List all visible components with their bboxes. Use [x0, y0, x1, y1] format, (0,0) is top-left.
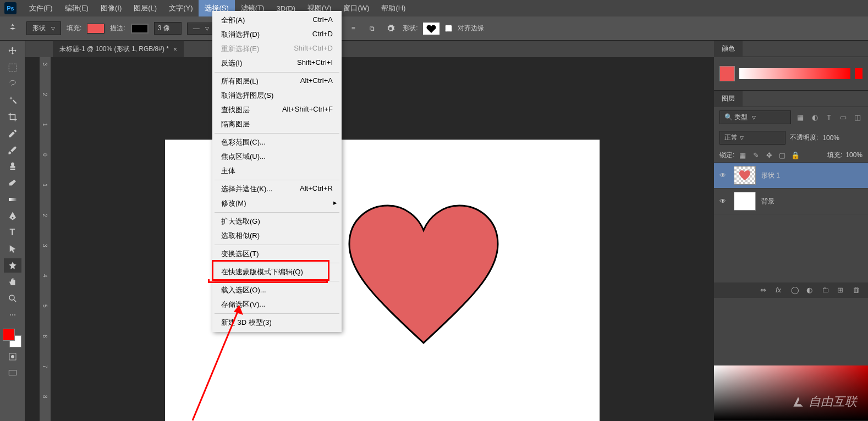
eyedropper-tool[interactable]	[4, 126, 21, 141]
fill-swatch[interactable]	[87, 24, 105, 34]
visibility-icon[interactable]: 👁	[719, 171, 728, 179]
gear-icon[interactable]	[384, 22, 397, 35]
color-swatches[interactable]	[3, 329, 23, 348]
layer-name: 背景	[761, 197, 774, 206]
canvas-area[interactable]	[51, 57, 714, 421]
align-icon[interactable]: ≡	[347, 22, 360, 35]
layers-panel-tab[interactable]: 图层	[714, 91, 743, 107]
wand-tool[interactable]	[4, 93, 21, 108]
menu-1[interactable]: 编辑(E)	[59, 0, 95, 16]
heart-shape[interactable]	[347, 203, 501, 346]
edit-toolbar[interactable]: ⋯	[4, 308, 21, 322]
layer-item[interactable]: 👁背景	[714, 189, 868, 214]
shape-picker-label: 形状:	[403, 24, 417, 33]
color-fg-swatch[interactable]	[719, 66, 735, 81]
arrange-icon[interactable]: ⧉	[365, 22, 378, 35]
dd-item[interactable]: 色彩范围(C)...	[212, 135, 342, 149]
link-layers-icon[interactable]: ⇔	[760, 286, 769, 295]
opacity-value[interactable]: 100%	[822, 134, 839, 142]
layer-thumb[interactable]	[734, 166, 756, 185]
dd-item[interactable]: 焦点区域(U)...	[212, 149, 342, 164]
path-select-tool[interactable]	[4, 242, 21, 256]
visibility-icon[interactable]: 👁	[719, 197, 728, 205]
foreground-color[interactable]	[3, 329, 15, 341]
shape-tool[interactable]	[4, 258, 21, 273]
color-end-swatch[interactable]	[855, 68, 862, 79]
dd-item[interactable]: 变换选区(T)	[212, 247, 342, 261]
menu-9[interactable]: 窗口(W)	[337, 0, 375, 16]
lasso-tool[interactable]	[4, 77, 21, 91]
blend-mode-select[interactable]: 正常▽	[719, 131, 785, 145]
dd-item[interactable]: 取消选择图层(S)	[212, 88, 342, 103]
menu-10[interactable]: 帮助(H)	[375, 0, 411, 16]
group-icon[interactable]: 🗀	[822, 286, 831, 295]
hand-tool[interactable]	[4, 275, 21, 289]
ps-logo: Ps	[4, 2, 17, 14]
close-icon[interactable]: ×	[173, 46, 177, 53]
type-tool[interactable]: T	[4, 225, 21, 240]
align-edges-checkbox[interactable]	[445, 25, 452, 32]
dd-item[interactable]: 所有图层(L)Alt+Ctrl+A	[212, 74, 342, 88]
move-tool[interactable]	[4, 44, 21, 58]
pen-tool[interactable]	[4, 209, 21, 223]
layer-item[interactable]: 👁形状 1	[714, 163, 868, 189]
filter-shape-icon[interactable]: ▭	[838, 113, 848, 123]
layer-filter-select[interactable]: 🔍 类型 ▽	[719, 110, 791, 124]
adjustment-icon[interactable]: ◐	[806, 286, 815, 295]
vertical-ruler: 321012345678	[40, 57, 51, 421]
screenmode-tool[interactable]	[4, 366, 21, 380]
crop-tool[interactable]	[4, 110, 21, 124]
new-layer-icon[interactable]: ⊞	[837, 286, 846, 295]
stroke-swatch[interactable]	[131, 24, 149, 34]
dd-item[interactable]: 隔离图层	[212, 117, 342, 131]
layer-fill-value[interactable]: 100%	[845, 151, 862, 159]
dd-item[interactable]: 扩大选取(G)	[212, 214, 342, 229]
lock-transparent-icon[interactable]: ▦	[738, 150, 748, 160]
eraser-tool[interactable]	[4, 176, 21, 190]
menu-2[interactable]: 图像(I)	[95, 0, 128, 16]
color-panel-tab[interactable]: 颜色	[714, 41, 743, 57]
filter-pixel-icon[interactable]: ▦	[795, 113, 805, 123]
right-panels: 颜色 图层 🔍 类型 ▽ ▦ ◐ T ▭ ◫ 正常▽ 不透	[714, 41, 868, 421]
menu-4[interactable]: 文字(Y)	[163, 0, 199, 16]
document-tab[interactable]: 未标题-1 @ 100% (形状 1, RGB/8#) * ×	[53, 41, 184, 57]
color-slider[interactable]	[739, 68, 850, 79]
lock-all-icon[interactable]: 🔒	[790, 150, 800, 160]
marquee-tool[interactable]	[4, 60, 21, 75]
quickmask-tool[interactable]	[4, 350, 21, 364]
svg-rect-5	[9, 370, 17, 375]
trash-icon[interactable]: 🗑	[853, 286, 861, 295]
options-bar: 形状▽ 填充: 描边: 3 像 —▽ W: ⇔ H: 0 像素 ◧ ≡ ⧉ 形状…	[0, 16, 868, 41]
filter-type-icon[interactable]: T	[824, 113, 834, 123]
color-picker-area[interactable]	[714, 365, 868, 420]
lock-move-icon[interactable]: ✥	[764, 150, 774, 160]
dd-item[interactable]: 主体	[212, 164, 342, 178]
dd-item[interactable]: 反选(I)Shift+Ctrl+I	[212, 56, 342, 70]
fx-icon[interactable]: fx	[776, 286, 784, 295]
dd-item[interactable]: 选取相似(R)	[212, 229, 342, 243]
dd-item[interactable]: 载入选区(O)...	[212, 283, 342, 297]
zoom-tool[interactable]	[4, 291, 21, 306]
dd-item[interactable]: 取消选择(D)Ctrl+D	[212, 27, 342, 42]
stamp-tool[interactable]	[4, 159, 21, 174]
mask-icon[interactable]: ◯	[791, 286, 800, 295]
stroke-width-input[interactable]: 3 像	[154, 22, 182, 35]
filter-adjust-icon[interactable]: ◐	[810, 113, 820, 123]
filter-smart-icon[interactable]: ◫	[853, 113, 862, 123]
dd-item[interactable]: 修改(M)	[212, 196, 342, 210]
gradient-tool[interactable]	[4, 192, 21, 207]
dd-item[interactable]: 全部(A)Ctrl+A	[212, 13, 342, 27]
svg-point-2	[9, 295, 14, 300]
brush-tool[interactable]	[4, 143, 21, 157]
dd-item[interactable]: 选择并遮住(K)...Alt+Ctrl+R	[212, 182, 342, 196]
shape-picker[interactable]	[423, 23, 440, 35]
lock-artboard-icon[interactable]: ▢	[777, 150, 787, 160]
dd-item[interactable]: 查找图层Alt+Shift+Ctrl+F	[212, 103, 342, 117]
menu-3[interactable]: 图层(L)	[128, 0, 163, 16]
layer-thumb[interactable]	[734, 192, 756, 210]
shape-mode-select[interactable]: 形状▽	[26, 21, 61, 35]
tool-preset-icon[interactable]	[4, 20, 21, 37]
lock-paint-icon[interactable]: ✎	[751, 150, 761, 160]
menu-0[interactable]: 文件(F)	[23, 0, 59, 16]
svg-rect-0	[9, 64, 17, 71]
